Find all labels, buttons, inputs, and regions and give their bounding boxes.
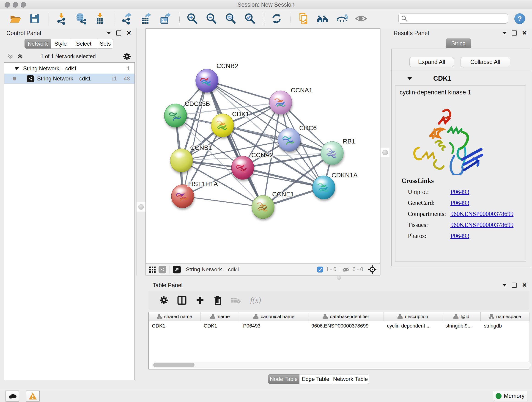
- table-tabs: Node Table Edge Table Network Table: [268, 374, 369, 384]
- expand-all-button[interactable]: Expand All: [409, 57, 454, 67]
- table-settings-gear-icon[interactable]: [159, 296, 168, 305]
- help-button[interactable]: ?: [514, 13, 525, 24]
- network-canvas[interactable]: CCNB2CCNA1CDC25BCDK1CDC6RB1CCNB1CCNA2CDK…: [146, 29, 380, 263]
- column-header-database-identifier[interactable]: database identifier: [308, 312, 384, 321]
- splitter-handle[interactable]: [138, 204, 144, 210]
- table-cell[interactable]: CDK1: [149, 321, 201, 331]
- export-image-button[interactable]: [158, 12, 172, 25]
- zoom-fit-icon: [224, 12, 237, 25]
- scrollbar-thumb[interactable]: [153, 363, 195, 367]
- float-panel-icon[interactable]: [512, 283, 517, 288]
- splitter-handle[interactable]: [337, 276, 341, 280]
- column-header-name[interactable]: name: [201, 312, 240, 321]
- open-folder-icon: [9, 12, 22, 25]
- close-panel-icon[interactable]: ✕: [126, 30, 131, 36]
- selected-checkbox-icon[interactable]: [317, 267, 323, 273]
- tab-select[interactable]: Select: [70, 39, 97, 49]
- import-table-button[interactable]: [93, 12, 107, 25]
- section-collapse-icon[interactable]: [407, 76, 412, 80]
- gene-section-header[interactable]: CDK1: [392, 71, 530, 85]
- close-panel-icon[interactable]: ✕: [522, 282, 527, 288]
- save-session-button[interactable]: [28, 12, 41, 25]
- network-label: String Network – cdk1: [37, 75, 91, 82]
- show-all-networks-button[interactable]: [316, 12, 329, 25]
- import-database-button[interactable]: [74, 12, 87, 25]
- show-columns-icon[interactable]: [177, 296, 186, 305]
- crosslink-link[interactable]: 9606.ENSP00000378699: [450, 211, 513, 217]
- search-input[interactable]: [410, 15, 508, 22]
- zoom-in-button[interactable]: [185, 12, 199, 25]
- close-panel-icon[interactable]: ✕: [522, 30, 527, 36]
- network-collection-row[interactable]: String Network – cdk1 1: [4, 64, 134, 74]
- network-row[interactable]: String Network – cdk1 11 48: [4, 74, 134, 84]
- table-row[interactable]: CDK1CDK1P064939606.ENSP00000378699cyclin…: [149, 321, 529, 331]
- crosslink-link[interactable]: 9606.ENSP00000378699: [450, 221, 513, 229]
- tab-string[interactable]: String: [446, 38, 471, 48]
- table-cell[interactable]: stringdb:9...: [442, 321, 481, 331]
- hidden-eye-icon[interactable]: [342, 266, 350, 273]
- apply-layout-button[interactable]: [270, 12, 283, 25]
- cloud-button[interactable]: [6, 390, 19, 402]
- panel-menu-icon[interactable]: [107, 32, 111, 34]
- tree-expand-icon[interactable]: [14, 67, 19, 70]
- birdseye-view-icon[interactable]: [173, 266, 181, 274]
- show-hidden-button[interactable]: [355, 12, 368, 25]
- gear-icon[interactable]: [123, 52, 131, 60]
- tab-edge-table[interactable]: Edge Table: [299, 374, 332, 384]
- right-splitter[interactable]: [380, 28, 390, 275]
- add-column-icon[interactable]: [196, 296, 204, 305]
- column-header-shared-name[interactable]: shared name: [149, 312, 201, 321]
- import-network-button[interactable]: [55, 12, 68, 25]
- main-toolbar: ?: [0, 9, 532, 28]
- grid-view-icon[interactable]: [149, 266, 156, 273]
- tab-style[interactable]: Style: [51, 39, 70, 49]
- table-cell[interactable]: stringdb: [481, 321, 530, 331]
- delete-column-icon[interactable]: [214, 295, 222, 305]
- float-panel-icon[interactable]: [512, 31, 517, 36]
- zoom-out-button[interactable]: [205, 12, 218, 25]
- zoom-selected-button[interactable]: [243, 12, 256, 25]
- tab-network-table[interactable]: Network Table: [332, 374, 369, 384]
- splitter-handle[interactable]: [382, 150, 388, 155]
- export-table-button[interactable]: [139, 12, 152, 25]
- database-icon: [75, 12, 87, 25]
- column-header-canonical-name[interactable]: canonical name: [240, 312, 308, 321]
- panel-menu-icon[interactable]: [502, 284, 507, 287]
- crosshair-icon[interactable]: [368, 265, 377, 274]
- open-session-button[interactable]: [9, 12, 22, 25]
- refresh-icon: [270, 12, 283, 25]
- table-horizontal-scrollbar[interactable]: [152, 362, 531, 368]
- table-cell[interactable]: cyclin-dependent ...: [384, 321, 442, 331]
- memory-button[interactable]: Memory: [493, 391, 527, 401]
- zoom-fit-button[interactable]: [224, 12, 237, 25]
- svg-text:CDK1: CDK1: [232, 110, 249, 118]
- crosslink-link[interactable]: P06493: [450, 188, 469, 196]
- copy-network-button[interactable]: [297, 12, 310, 25]
- float-panel-icon[interactable]: [116, 31, 121, 36]
- export-network-button[interactable]: [120, 12, 133, 25]
- search-box[interactable]: [399, 13, 508, 24]
- node-table[interactable]: shared namenamecanonical namedatabase id…: [148, 312, 529, 370]
- left-splitter[interactable]: [136, 28, 146, 275]
- crosslink-link[interactable]: P06493: [450, 232, 469, 240]
- column-header-description[interactable]: description: [384, 312, 442, 321]
- column-header-namespace[interactable]: namespace: [481, 312, 530, 321]
- tab-network[interactable]: Network: [25, 39, 51, 49]
- column-header--id[interactable]: @id: [442, 312, 481, 321]
- hide-selected-button[interactable]: [335, 12, 348, 25]
- table-cell[interactable]: P06493: [240, 321, 308, 331]
- warnings-button[interactable]: [26, 390, 40, 402]
- crosslink-link[interactable]: P06493: [450, 199, 469, 206]
- network-view-icon[interactable]: [158, 266, 166, 274]
- horizontal-splitter[interactable]: [146, 275, 532, 280]
- panel-menu-icon[interactable]: [502, 32, 507, 34]
- delete-table-icon: [231, 297, 241, 304]
- tab-node-table[interactable]: Node Table: [268, 374, 299, 384]
- zoom-out-icon: [205, 12, 217, 25]
- tab-sets[interactable]: Sets: [97, 39, 114, 49]
- collapse-all-button[interactable]: Collapse All: [461, 57, 510, 67]
- svg-text:CCNA2: CCNA2: [251, 152, 273, 159]
- search-icon: [401, 15, 408, 22]
- table-cell[interactable]: CDK1: [201, 321, 240, 331]
- table-cell[interactable]: 9606.ENSP00000378699: [308, 321, 384, 331]
